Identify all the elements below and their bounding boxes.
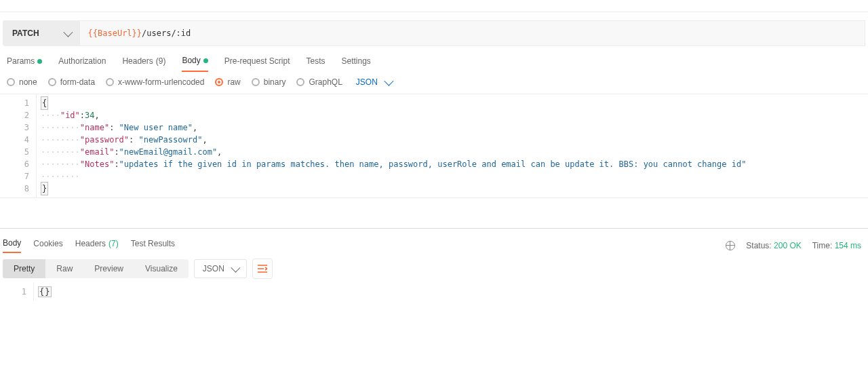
request-body-editor[interactable]: 12345678 {····"id":34,········"name": "N…: [0, 94, 868, 198]
body-type-urlencoded-label: x-www-form-urlencoded: [118, 77, 204, 87]
chevron-down-icon: [231, 263, 240, 273]
resp-tab-body-label: Body: [3, 238, 21, 248]
http-method-label: PATCH: [12, 28, 39, 38]
tab-prerequest[interactable]: Pre-request Script: [224, 56, 290, 71]
radio-icon: [106, 78, 114, 86]
svg-line-4: [265, 269, 267, 270]
body-type-graphql-label: GraphQL: [309, 77, 342, 87]
response-time-label: Time:: [812, 241, 833, 250]
body-type-binary-label: binary: [264, 77, 286, 87]
resp-tab-body[interactable]: Body: [3, 238, 21, 253]
response-format-select[interactable]: JSON: [194, 259, 247, 278]
resp-tab-cookies-label: Cookies: [33, 239, 62, 248]
body-type-row: none form-data x-www-form-urlencoded raw…: [0, 72, 868, 94]
url-path: /users/:id: [142, 28, 191, 38]
body-type-raw-label: raw: [227, 77, 240, 87]
tab-headers-label: Headers: [122, 56, 153, 66]
tab-body-label: Body: [182, 56, 200, 65]
view-preview[interactable]: Preview: [83, 259, 134, 278]
body-type-formdata-label: form-data: [60, 77, 95, 87]
url-variable: {{BaseUrl}}: [88, 28, 142, 38]
body-type-binary[interactable]: binary: [252, 77, 286, 87]
response-body-editor[interactable]: 1 {}: [0, 283, 868, 301]
response-meta: Status: 200 OK Time: 154 ms: [726, 241, 861, 250]
tab-headers[interactable]: Headers (9): [122, 56, 165, 71]
resp-tab-cookies[interactable]: Cookies: [33, 238, 62, 253]
response-time: Time: 154 ms: [812, 241, 861, 250]
request-bar: PATCH {{BaseUrl}}/users/:id: [3, 20, 865, 46]
globe-icon[interactable]: [726, 241, 735, 250]
response-status-value: 200 OK: [774, 241, 802, 250]
body-type-formdata[interactable]: form-data: [48, 77, 95, 87]
tab-settings-label: Settings: [342, 56, 371, 66]
tab-tests-label: Tests: [306, 56, 325, 66]
radio-icon: [7, 78, 15, 86]
line-gutter: 12345678: [0, 94, 37, 197]
dot-indicator-icon: [203, 58, 208, 63]
body-type-none[interactable]: none: [7, 77, 37, 87]
chevron-down-icon: [384, 77, 393, 86]
tab-authorization-label: Authorization: [58, 56, 106, 66]
chevron-down-icon: [63, 28, 73, 37]
tab-params[interactable]: Params: [7, 56, 42, 71]
body-format-select[interactable]: JSON: [356, 77, 391, 87]
resp-tab-headers-count: (7): [108, 239, 119, 248]
wrap-icon: [257, 264, 268, 273]
line-gutter: 1: [0, 283, 34, 301]
body-type-urlencoded[interactable]: x-www-form-urlencoded: [106, 77, 204, 87]
response-toolbar: Pretty Raw Preview Visualize JSON: [0, 253, 868, 283]
editor-bottom-space: [0, 198, 868, 225]
view-raw[interactable]: Raw: [45, 259, 83, 278]
http-method-select[interactable]: PATCH: [3, 20, 80, 46]
radio-icon: [296, 78, 304, 86]
code-pane[interactable]: {}: [34, 283, 868, 301]
resp-tab-headers[interactable]: Headers (7): [75, 238, 119, 253]
body-format-label: JSON: [356, 77, 378, 87]
url-input[interactable]: {{BaseUrl}}/users/:id: [80, 20, 865, 46]
body-type-raw[interactable]: raw: [215, 77, 240, 87]
radio-icon: [215, 78, 223, 86]
request-tabs: Params Authorization Headers (9) Body Pr…: [0, 46, 868, 72]
dot-indicator-icon: [37, 59, 42, 64]
tab-prerequest-label: Pre-request Script: [224, 56, 290, 66]
wrap-lines-button[interactable]: [252, 259, 273, 279]
response-tabs-row: Body Cookies Headers (7) Test Results St…: [0, 229, 868, 253]
view-pretty[interactable]: Pretty: [3, 259, 45, 278]
tab-params-label: Params: [7, 56, 35, 66]
body-type-none-label: none: [19, 77, 37, 87]
view-visualize[interactable]: Visualize: [134, 259, 189, 278]
response-tabs: Body Cookies Headers (7) Test Results: [3, 238, 175, 253]
top-spacer: [0, 0, 868, 12]
tab-settings[interactable]: Settings: [342, 56, 371, 71]
resp-tab-test-results[interactable]: Test Results: [131, 238, 175, 253]
tab-body[interactable]: Body: [182, 56, 208, 72]
radio-icon: [48, 78, 56, 86]
radio-icon: [252, 78, 260, 86]
resp-tab-headers-label: Headers: [75, 239, 106, 248]
code-pane[interactable]: {····"id":34,········"name": "New user n…: [37, 94, 868, 197]
tab-tests[interactable]: Tests: [306, 56, 325, 71]
tab-headers-count: (9): [156, 56, 166, 66]
resp-tab-test-results-label: Test Results: [131, 239, 175, 248]
response-time-value: 154 ms: [835, 241, 861, 250]
response-status-label: Status:: [746, 241, 771, 250]
response-view-mode: Pretty Raw Preview Visualize: [3, 259, 189, 278]
response-body-content: {}: [38, 286, 52, 297]
body-type-graphql[interactable]: GraphQL: [296, 77, 342, 87]
response-status: Status: 200 OK: [746, 241, 801, 250]
tab-authorization[interactable]: Authorization: [58, 56, 106, 71]
response-format-label: JSON: [203, 264, 224, 273]
